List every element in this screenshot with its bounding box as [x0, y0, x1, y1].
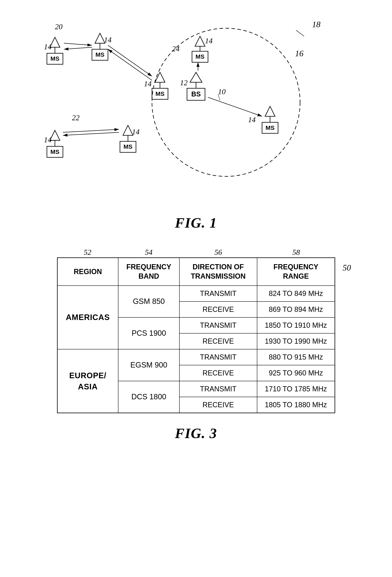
svg-text:18: 18 [312, 20, 321, 29]
header-range: FREQUENCYRANGE [257, 258, 335, 286]
region-americas: AMERICAS [57, 286, 118, 349]
ref-50: 50 [343, 263, 351, 273]
svg-line-53 [63, 129, 119, 132]
svg-text:14: 14 [144, 79, 152, 88]
frequency-table: REGION FREQUENCYBAND DIRECTION OFTRANSMI… [57, 257, 335, 413]
svg-text:MS: MS [95, 51, 104, 58]
svg-text:14: 14 [104, 36, 111, 44]
svg-text:BS: BS [191, 90, 201, 98]
range-4: 1930 TO 1990 MHz [257, 333, 335, 349]
band-gsm850: GSM 850 [118, 286, 179, 317]
dir-transmit-3: TRANSMIT [179, 349, 257, 365]
svg-text:14: 14 [205, 36, 213, 45]
dir-receive-2: RECEIVE [179, 333, 257, 349]
svg-line-27 [208, 97, 262, 116]
table-header-row: REGION FREQUENCYBAND DIRECTION OFTRANSMI… [57, 258, 335, 286]
dir-transmit-4: TRANSMIT [179, 381, 257, 397]
fig3-container: 50 52 54 56 58 REGION FREQUENCYBAND DIRE… [57, 247, 335, 413]
col-ref-52: 52 [57, 247, 118, 257]
table-row: AMERICAS GSM 850 TRANSMIT 824 TO 849 MHz [57, 286, 335, 301]
dir-transmit-2: TRANSMIT [179, 317, 257, 333]
range-8: 1805 TO 1880 MHz [257, 397, 335, 413]
col-ref-54: 54 [118, 247, 179, 257]
svg-text:MS: MS [266, 124, 275, 131]
table-row: EUROPE/ASIA EGSM 900 TRANSMIT 880 TO 915… [57, 349, 335, 365]
svg-marker-11 [195, 36, 205, 46]
range-1: 824 TO 849 MHz [257, 286, 335, 301]
range-3: 1850 TO 1910 MHz [257, 317, 335, 333]
svg-text:16: 16 [295, 49, 303, 58]
svg-line-2 [296, 30, 304, 36]
svg-text:12: 12 [180, 78, 187, 87]
col-ref-56: 56 [179, 247, 257, 257]
svg-marker-34 [95, 33, 105, 43]
svg-text:MS: MS [50, 148, 59, 155]
svg-text:22: 22 [72, 113, 79, 122]
svg-line-54 [63, 132, 119, 135]
band-egsm900: EGSM 900 [118, 349, 179, 381]
svg-text:14: 14 [44, 136, 51, 144]
header-direction: DIRECTION OFTRANSMISSION [179, 258, 257, 286]
svg-text:MS: MS [123, 143, 132, 150]
svg-text:14: 14 [44, 42, 51, 51]
svg-marker-4 [190, 72, 202, 82]
svg-text:14: 14 [132, 128, 140, 136]
dir-transmit-1: TRANSMIT [179, 286, 257, 301]
svg-line-41 [64, 47, 92, 49]
svg-text:14: 14 [248, 115, 255, 124]
fig1-label: FIG. 1 [16, 215, 376, 231]
svg-marker-47 [123, 125, 133, 135]
range-5: 880 TO 915 MHz [257, 349, 335, 365]
header-band: FREQUENCYBAND [118, 258, 179, 286]
svg-text:20: 20 [55, 22, 62, 31]
svg-text:MS: MS [50, 55, 59, 62]
svg-text:MS: MS [195, 53, 205, 60]
header-region: REGION [57, 258, 118, 286]
svg-line-55 [108, 45, 152, 76]
band-pcs1900: PCS 1900 [118, 317, 179, 349]
region-europe-asia: EUROPE/ASIA [57, 349, 118, 413]
svg-line-56 [108, 49, 152, 80]
range-2: 869 TO 894 MHz [257, 301, 335, 317]
svg-text:10: 10 [218, 87, 225, 96]
band-dcs1800: DCS 1800 [118, 381, 179, 413]
dir-receive-1: RECEIVE [179, 301, 257, 317]
range-6: 925 TO 960 MHz [257, 365, 335, 381]
dir-receive-3: RECEIVE [179, 365, 257, 381]
fig3-label: FIG. 3 [16, 425, 376, 442]
svg-line-40 [64, 43, 92, 45]
range-7: 1710 TO 1785 MHz [257, 381, 335, 397]
dir-receive-4: RECEIVE [179, 397, 257, 413]
svg-marker-22 [265, 106, 275, 116]
fig1-diagram: 18 16 BS 12 10 24 MS 14 [16, 12, 376, 207]
page: 18 16 BS 12 10 24 MS 14 [0, 0, 392, 577]
col-ref-58: 58 [257, 247, 335, 257]
svg-text:MS: MS [156, 90, 165, 97]
svg-marker-17 [155, 72, 165, 82]
svg-text:24: 24 [172, 44, 179, 53]
